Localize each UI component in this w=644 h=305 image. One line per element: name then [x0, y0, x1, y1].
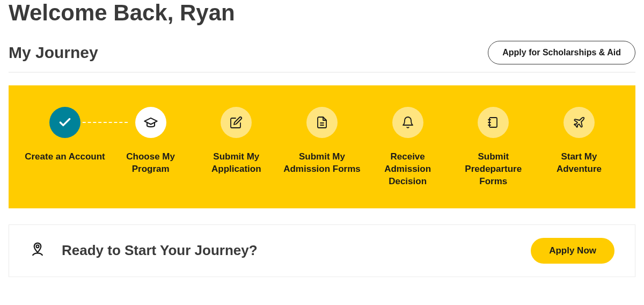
ready-to-start-card: Ready to Start Your Journey? Apply Now — [9, 224, 635, 277]
journey-step-admission-decision[interactable]: Receive Admission Decision — [368, 107, 448, 188]
journey-step-choose-program[interactable]: Choose My Program — [111, 107, 191, 176]
bell-icon — [392, 107, 423, 138]
svg-point-6 — [36, 245, 39, 248]
journey-step-label: Create an Account — [25, 151, 105, 163]
apply-scholarships-button[interactable]: Apply for Scholarships & Aid — [488, 41, 635, 64]
map-pin-icon — [30, 242, 46, 260]
grad-cap-icon — [135, 107, 166, 138]
section-header-row: My Journey Apply for Scholarships & Aid — [9, 41, 635, 72]
apply-now-button[interactable]: Apply Now — [531, 238, 614, 264]
journey-steps-strip: Create an Account Choose My Program Subm… — [9, 85, 635, 208]
check-icon — [49, 107, 80, 138]
ready-card-left: Ready to Start Your Journey? — [30, 242, 258, 260]
journey-step-label: Submit My Admission Forms — [282, 151, 362, 176]
journey-step-label: Start My Adventure — [539, 151, 619, 176]
journey-step-label: Choose My Program — [111, 151, 191, 176]
ready-card-title: Ready to Start Your Journey? — [62, 242, 258, 259]
document-icon — [306, 107, 338, 138]
notebook-icon — [478, 107, 509, 138]
page-title: Welcome Back, Ryan — [9, 0, 635, 26]
journey-step-predeparture-forms[interactable]: Submit Predeparture Forms — [453, 107, 533, 188]
journey-step-label: Submit My Application — [196, 151, 276, 176]
journey-step-create-account[interactable]: Create an Account — [25, 107, 105, 163]
journey-step-label: Submit Predeparture Forms — [453, 151, 533, 188]
journey-step-admission-forms[interactable]: Submit My Admission Forms — [282, 107, 362, 176]
section-title: My Journey — [9, 43, 98, 62]
journey-step-label: Receive Admission Decision — [368, 151, 448, 188]
journey-step-start-adventure[interactable]: Start My Adventure — [539, 107, 619, 176]
edit-icon — [221, 107, 252, 138]
plane-icon — [564, 107, 595, 138]
journey-step-submit-application[interactable]: Submit My Application — [196, 107, 276, 176]
